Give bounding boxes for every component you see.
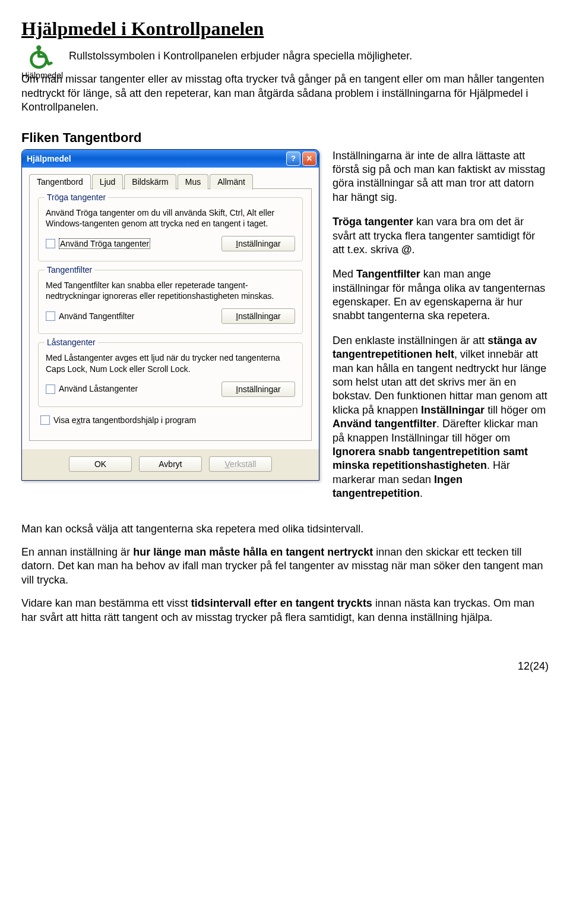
tab-mus[interactable]: Mus: [178, 174, 208, 190]
checkbox-icon: [46, 239, 55, 248]
intro-section: Hjälpmedel Rullstolssymbolen i Kontrollp…: [21, 43, 549, 124]
ok-button[interactable]: OK: [69, 456, 132, 472]
group-title: Tangentfilter: [45, 265, 94, 275]
group-troga-tangenter: Tröga tangenter Använd Tröga tangenter o…: [38, 197, 303, 261]
close-button[interactable]: ×: [302, 152, 316, 166]
checkbox-label: Använd Tröga tangenter: [59, 238, 150, 249]
intro-line-1: Rullstolssymbolen i Kontrollpanelen erbj…: [69, 49, 549, 63]
group-title: Tröga tangenter: [45, 193, 108, 202]
checkbox-icon: [46, 311, 55, 321]
settings-button-filter[interactable]: Inställningar: [221, 308, 295, 324]
group-desc: Med Tangentfilter kan snabba eller repet…: [46, 280, 295, 301]
group-desc: Använd Tröga tangenter om du vill använd…: [46, 207, 295, 229]
side-p3: Med Tangentfilter kan man ange inställni…: [332, 267, 549, 323]
intro-line-2: Om man missar tangenter eller av misstag…: [21, 72, 549, 114]
settings-button-las[interactable]: Inställningar: [221, 381, 295, 397]
after-p1: Man kan också välja att tangenterna ska …: [21, 522, 549, 536]
checkbox-troga-tangenter[interactable]: Använd Tröga tangenter: [46, 238, 150, 249]
tab-ljud[interactable]: Ljud: [92, 174, 123, 190]
group-lastangenter: Låstangenter Med Låstangenter avges ett …: [38, 342, 303, 406]
page-number: 12(24): [21, 660, 549, 673]
dialog-button-row: OK Avbryt Verkställ: [22, 449, 319, 480]
tab-panel-tangentbord: Tröga tangenter Använd Tröga tangenter o…: [29, 188, 312, 441]
accessibility-dialog: Hjälpmedel ? × Tangentbord Ljud Bildskär…: [21, 149, 319, 481]
cancel-button[interactable]: Avbryt: [139, 456, 202, 472]
side-p2: Tröga tangenter kan vara bra om det är s…: [332, 215, 549, 257]
checkbox-icon: [46, 384, 55, 394]
wheelchair-icon: [28, 43, 54, 70]
settings-button-troga[interactable]: Inställningar: [221, 236, 295, 251]
dialog-title: Hjälpmedel: [27, 154, 71, 163]
tab-allmant[interactable]: Allmänt: [210, 174, 253, 190]
group-title: Låstangenter: [45, 338, 98, 347]
page-title: Hjälpmedel i Kontrollpanelen: [21, 18, 549, 40]
tab-bildskarm[interactable]: Bildskärm: [124, 174, 176, 190]
checkbox-lastangenter[interactable]: Använd Låstangenter: [46, 384, 138, 394]
dialog-titlebar: Hjälpmedel ? ×: [22, 150, 319, 168]
side-text-column: Inställningarna är inte de allra lättast…: [332, 149, 549, 512]
side-p1: Inställningarna är inte de allra lättast…: [332, 149, 549, 205]
after-p2: En annan inställning är hur länge man må…: [21, 545, 549, 587]
help-button[interactable]: ?: [286, 152, 300, 166]
checkbox-extra-help[interactable]: Visa extra tangentbordshjälp i program: [40, 415, 303, 425]
checkbox-label: Använd Låstangenter: [59, 384, 138, 394]
group-desc: Med Låstangenter avges ett ljud när du t…: [46, 352, 295, 374]
after-p3: Vidare kan man bestämma ett visst tidsin…: [21, 597, 549, 625]
checkbox-label: Använd Tangentfilter: [59, 311, 134, 321]
group-tangentfilter: Tangentfilter Med Tangentfilter kan snab…: [38, 270, 303, 334]
section-heading: Fliken Tangentbord: [21, 130, 549, 146]
dialog-tabs: Tangentbord Ljud Bildskärm Mus Allmänt: [29, 174, 312, 189]
checkbox-tangentfilter[interactable]: Använd Tangentfilter: [46, 311, 134, 321]
apply-button[interactable]: Verkställ: [209, 456, 272, 472]
checkbox-icon: [40, 415, 50, 425]
tab-tangentbord[interactable]: Tangentbord: [29, 174, 91, 190]
side-p4: Den enklaste inställningen är att stänga…: [332, 334, 549, 501]
checkbox-label: Visa extra tangentbordshjälp i program: [53, 415, 196, 425]
